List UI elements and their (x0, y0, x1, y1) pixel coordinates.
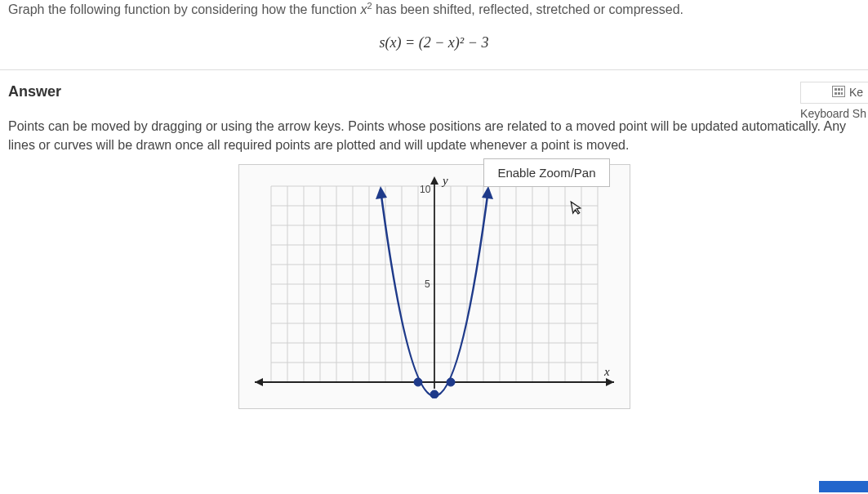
footer-accent (819, 481, 868, 492)
svg-rect-0 (832, 86, 844, 96)
keypad-label: Ke (849, 86, 863, 99)
tick-label-10: 10 (420, 184, 431, 195)
question-var: x2 (360, 2, 372, 16)
keypad-icon (832, 86, 845, 100)
svg-rect-3 (841, 88, 843, 91)
plotted-point-right[interactable] (447, 378, 455, 386)
x-axis-label: x (603, 365, 610, 378)
keypad-button[interactable]: Ke (800, 82, 868, 104)
svg-rect-6 (841, 92, 843, 95)
answer-heading: Answer (8, 83, 860, 100)
question-prompt: Graph the following function by consider… (0, 0, 868, 20)
question-suffix: has been shifted, reflected, stretched o… (372, 2, 684, 16)
formula-display: s(x) = (2 − x)² − 3 (0, 34, 868, 51)
y-axis-label: y (441, 174, 448, 187)
keyboard-shortcuts-link[interactable]: Keyboard Sh (800, 107, 868, 120)
svg-rect-1 (835, 88, 837, 91)
y-axis-arrow-up (430, 176, 438, 185)
question-prefix: Graph the following function by consider… (8, 2, 360, 16)
x-axis-arrow-left (255, 378, 263, 386)
enable-zoom-pan-button[interactable]: Enable Zoom/Pan (483, 158, 609, 187)
svg-rect-5 (838, 92, 840, 95)
graph-container[interactable]: Enable Zoom/Pan (238, 164, 630, 409)
svg-rect-4 (835, 92, 837, 95)
coordinate-plane[interactable]: y x 10 5 (247, 170, 622, 398)
tick-label-5: 5 (425, 278, 430, 290)
plotted-point-vertex[interactable] (430, 390, 438, 398)
instructions-text: Points can be moved by dragging or using… (0, 109, 868, 162)
svg-rect-2 (838, 88, 840, 91)
plotted-point-left[interactable] (414, 378, 422, 386)
graph-area: Enable Zoom/Pan (0, 164, 868, 409)
x-axis-arrow-right (606, 378, 614, 386)
